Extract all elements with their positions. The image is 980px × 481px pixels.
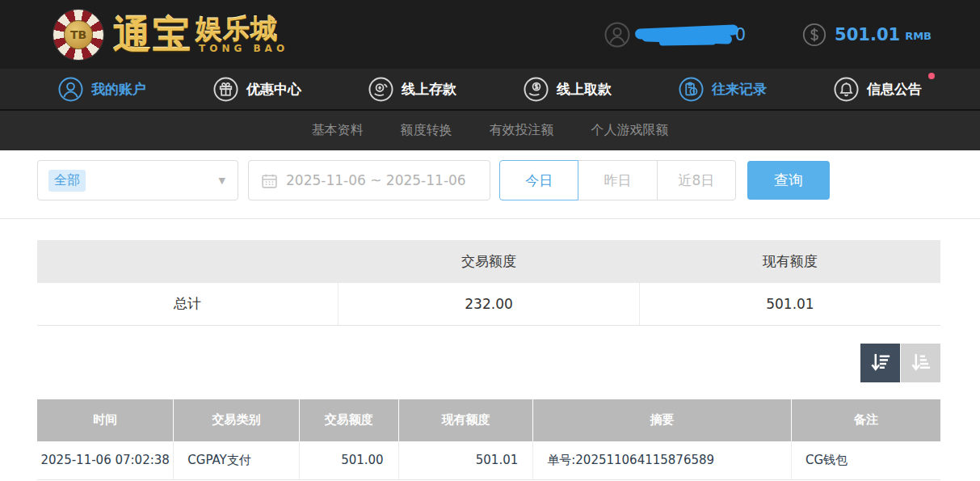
record-type: CGPAY支付 xyxy=(174,441,299,480)
nav-label: 我的账户 xyxy=(91,80,146,99)
sort-controls xyxy=(37,344,940,382)
account-sub-navigation: 基本资料 额度转换 有效投注额 个人游戏限额 xyxy=(0,111,980,150)
nav-item-promotions[interactable]: 优惠中心 xyxy=(213,77,301,102)
chip-label: TB xyxy=(64,20,93,49)
summary-header-empty xyxy=(37,240,339,283)
record-time: 2025-11-06 07:02:38 xyxy=(37,441,174,480)
chevron-down-icon: ▼ xyxy=(219,175,225,186)
records-header-note: 备注 xyxy=(791,399,940,441)
transaction-type-select[interactable]: 全部 ▼ xyxy=(37,160,238,200)
quick-date-button-group: 今日 昨日 近8日 xyxy=(499,160,736,200)
brand-name-cn-sub: 娱乐城 xyxy=(196,13,278,44)
nav-item-my-account[interactable]: 我的账户 xyxy=(58,77,146,102)
selected-type-tag: 全部 xyxy=(48,170,86,192)
summary-header-current-amount: 现有额度 xyxy=(639,240,940,283)
nav-label: 往来记录 xyxy=(712,80,767,99)
gift-icon xyxy=(213,77,238,102)
section-divider xyxy=(0,218,980,219)
table-row: 2025-11-06 07:02:38 CGPAY支付 501.00 501.0… xyxy=(37,441,940,480)
main-navigation: 我的账户 优惠中心 线上存款 xyxy=(0,69,980,111)
withdraw-icon xyxy=(524,77,549,102)
dollar-circle-icon xyxy=(802,23,826,47)
notification-dot-badge xyxy=(928,73,935,79)
records-header-time: 时间 xyxy=(37,399,174,441)
nav-label: 信息公告 xyxy=(867,80,922,99)
balance-amount: 501.01 xyxy=(835,25,900,44)
main-content: 全部 ▼ 2025-11-06 ~ 2025-11-06 今日 昨日 近8日 查… xyxy=(0,160,980,480)
nav-label: 优惠中心 xyxy=(246,80,301,99)
subnav-item-basic-info[interactable]: 基本资料 xyxy=(312,122,364,139)
record-summary: 单号:202511064115876589 xyxy=(533,441,792,480)
record-note: CG钱包 xyxy=(791,441,940,480)
records-header-type: 交易类别 xyxy=(174,399,299,441)
top-header: TB 通宝 娱乐城 TONG BAO 0 xyxy=(0,0,980,69)
records-header-row: 时间 交易类别 交易额度 现有额度 摘要 备注 xyxy=(37,399,940,441)
sort-ascending-button[interactable] xyxy=(901,344,940,382)
deposit-icon xyxy=(368,77,393,102)
summary-header-row: 交易额度 现有额度 xyxy=(37,240,940,283)
user-circle-icon xyxy=(604,22,630,48)
sort-desc-icon xyxy=(869,352,891,373)
summary-total-row: 总计 232.00 501.01 xyxy=(37,283,940,325)
summary-header-trade-amount: 交易额度 xyxy=(339,240,640,283)
brand-name-cn-main: 通宝 xyxy=(113,15,192,53)
brand-text: 通宝 娱乐城 TONG BAO xyxy=(113,15,278,53)
subnav-item-game-limits[interactable]: 个人游戏限额 xyxy=(591,122,669,139)
sort-asc-icon xyxy=(910,352,932,373)
username-redaction-scribble xyxy=(635,24,742,45)
filter-toolbar: 全部 ▼ 2025-11-06 ~ 2025-11-06 今日 昨日 近8日 查… xyxy=(37,160,940,200)
record-current-amount: 501.01 xyxy=(398,441,533,480)
nav-item-withdraw[interactable]: 线上取款 xyxy=(524,77,612,102)
balance-display[interactable]: 501.01 RMB xyxy=(802,23,932,47)
nav-label: 线上取款 xyxy=(557,80,612,99)
summary-total-trade-amount: 232.00 xyxy=(339,283,640,325)
quick-date-today-button[interactable]: 今日 xyxy=(499,160,578,200)
subnav-item-credit-transfer[interactable]: 额度转换 xyxy=(401,122,452,139)
quick-date-yesterday-button[interactable]: 昨日 xyxy=(578,160,657,200)
site-logo[interactable]: TB 通宝 娱乐城 TONG BAO xyxy=(53,10,278,60)
sort-descending-button[interactable] xyxy=(860,344,900,382)
summary-total-current-amount: 501.01 xyxy=(639,283,940,325)
summary-total-label: 总计 xyxy=(37,283,339,325)
header-account-area: 0 501.01 RMB xyxy=(604,22,932,48)
record-trade-amount: 501.00 xyxy=(299,441,398,480)
nav-label: 线上存款 xyxy=(402,80,456,99)
search-button[interactable]: 查询 xyxy=(747,161,830,200)
subnav-item-valid-bets[interactable]: 有效投注额 xyxy=(490,122,554,139)
nav-item-transaction-records[interactable]: 往来记录 xyxy=(679,77,767,102)
username-visible-suffix: 0 xyxy=(735,25,746,44)
records-header-trade-amount: 交易额度 xyxy=(299,399,398,441)
bell-icon xyxy=(834,77,859,102)
nav-item-deposit[interactable]: 线上存款 xyxy=(368,77,456,102)
nav-item-announcements[interactable]: 信息公告 xyxy=(834,77,922,102)
records-header-summary: 摘要 xyxy=(533,399,792,441)
transaction-records-table: 时间 交易类别 交易额度 现有额度 摘要 备注 2025-11-06 07:02… xyxy=(37,399,940,481)
brand-name-en: TONG BAO xyxy=(199,44,288,53)
summary-table: 交易额度 现有额度 总计 232.00 501.01 xyxy=(37,240,940,326)
date-range-value: 2025-11-06 ~ 2025-11-06 xyxy=(286,172,466,188)
records-icon xyxy=(679,77,704,102)
calendar-icon xyxy=(261,172,278,189)
username-display[interactable]: 0 xyxy=(604,22,746,48)
user-icon xyxy=(58,77,83,102)
records-header-current-amount: 现有额度 xyxy=(398,399,533,441)
balance-currency: RMB xyxy=(905,27,932,42)
quick-date-last8days-button[interactable]: 近8日 xyxy=(657,160,736,200)
date-range-input[interactable]: 2025-11-06 ~ 2025-11-06 xyxy=(248,160,490,200)
casino-chip-icon: TB xyxy=(53,10,103,60)
